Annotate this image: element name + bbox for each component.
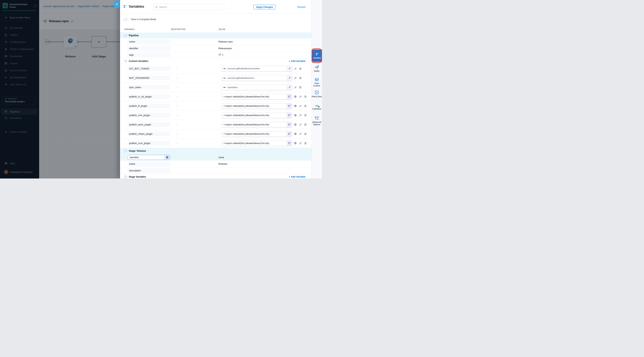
runtime-value-input[interactable]: <+input>.default(No).allowedValues(Yes,N… <box>222 94 292 100</box>
variable-description: - <box>176 132 218 135</box>
collapse-icon[interactable]: − <box>124 34 127 37</box>
collapse-icon[interactable]: − <box>124 176 127 178</box>
variable-name: publish_iacm_plugin <box>128 122 170 127</box>
tag-icon <box>218 54 221 56</box>
rail-item-advanced-options[interactable]: ⚙ Advanced Options <box>312 116 322 126</box>
table-row: name Release-npm <box>120 38 312 45</box>
apply-changes-button[interactable]: Apply Changes <box>254 5 276 9</box>
runtime-value-input[interactable]: <+input>.default(No).allowedValues(Yes,N… <box>222 103 292 109</box>
secret-value-input[interactable]: npmtoken <box>222 84 292 90</box>
app-window: Internal Developer Portal Back to Main M… <box>0 0 322 178</box>
edit-pencil-icon[interactable] <box>299 142 302 145</box>
delete-trash-icon[interactable] <box>304 114 307 117</box>
tags-count: 0 <box>222 54 223 56</box>
rail-item-label: Variables <box>313 57 321 59</box>
codebase-icon: </>✓ <box>315 104 319 107</box>
runtime-sigma-icon[interactable]: Σx <box>287 122 292 127</box>
delete-trash-icon[interactable] <box>304 142 307 145</box>
edit-pencil-icon[interactable] <box>299 132 302 136</box>
secret-value-input[interactable]: account.githubbotharnesstoken <box>222 66 292 71</box>
rail-item-notify[interactable]: Notify <box>312 65 322 72</box>
edit-pencil-icon[interactable] <box>299 104 302 108</box>
delete-trash-icon[interactable] <box>299 67 302 70</box>
settings-gear-icon[interactable]: ⚙ <box>294 142 297 145</box>
section-title: Stage: Release <box>129 150 146 152</box>
edit-pencil-icon[interactable] <box>299 114 302 117</box>
stage-identifier-input[interactable]: identifier <box>128 155 170 160</box>
section-stage-release: − Stage: Release <box>120 148 312 154</box>
pin-icon[interactable] <box>287 66 292 71</box>
pin-icon[interactable] <box>287 85 292 90</box>
add-variable-button[interactable]: + Add Variable <box>289 175 306 178</box>
settings-gear-icon[interactable]: ⚙ <box>294 123 297 126</box>
key-icon <box>224 86 226 88</box>
table-row: description <box>120 167 312 174</box>
runtime-sigma-icon[interactable]: Σx <box>287 141 292 146</box>
runtime-value-input[interactable]: <+input>.default(No).allowedValues(Yes,N… <box>222 112 292 118</box>
rail-item-label: Policy Sets <box>312 96 322 98</box>
edit-pencil-icon[interactable] <box>294 86 297 89</box>
variable-value: Release-npm <box>218 40 312 43</box>
key-icon <box>224 77 226 79</box>
edit-pencil-icon[interactable] <box>294 67 297 70</box>
copy-icon[interactable] <box>164 155 170 160</box>
edit-pencil-icon[interactable] <box>299 123 302 126</box>
runtime-value-input[interactable]: <+input>.default(No).allowedValues(Yes,N… <box>222 122 292 128</box>
rail-item-label: Notify <box>314 70 320 72</box>
delete-trash-icon[interactable] <box>304 104 307 108</box>
drawer-close-button[interactable]: ✕ <box>114 0 119 8</box>
rail-item-flow-control[interactable]: Flow Control <box>312 78 322 87</box>
rail-item-label: Flow Control <box>312 82 322 87</box>
collapse-icon[interactable]: − <box>124 150 127 152</box>
discard-button[interactable]: Discard <box>297 6 306 8</box>
runtime-sigma-icon[interactable]: Σx <box>287 131 292 136</box>
col-value: VALUE <box>218 28 312 30</box>
settings-gear-icon[interactable]: ⚙ <box>294 132 297 136</box>
add-variable-button[interactable]: + Add Variable <box>289 60 306 62</box>
rail-item-label: Advanced Options <box>312 121 322 126</box>
rail-item-policy-sets[interactable]: Policy Sets <box>312 90 322 98</box>
variable-description: - <box>176 86 218 89</box>
runtime-sigma-icon[interactable]: Σx <box>287 104 292 109</box>
search-input[interactable] <box>159 6 222 8</box>
modal-overlay[interactable] <box>0 0 120 178</box>
delete-trash-icon[interactable] <box>304 95 307 98</box>
drawer-rail: Σx Variables Notify Flow Control Policy … <box>312 0 322 178</box>
runtime-sigma-icon[interactable]: Σx <box>287 94 292 99</box>
section-title: Custom Variables <box>129 60 148 62</box>
variable-name: publish_ff_plugin <box>128 104 170 108</box>
settings-gear-icon[interactable]: ⚙ <box>294 114 297 117</box>
delete-trash-icon[interactable] <box>299 86 302 89</box>
delete-trash-icon[interactable] <box>304 132 307 136</box>
runtime-value-input[interactable]: <+input>.default(No).allowedValues(Yes,N… <box>222 140 292 146</box>
search-box[interactable] <box>153 4 224 10</box>
pin-icon[interactable] <box>287 76 292 81</box>
drawer-header: Σx Variables Apply Changes Discard <box>120 0 312 14</box>
variable-name: identifier <box>128 46 170 51</box>
secret-value-input[interactable]: account.githubbotharness <box>222 75 292 81</box>
rail-item-codebase[interactable]: </>✓ Codebase <box>312 104 322 110</box>
table-row: publish_ccm_plugin - <+input>.default(No… <box>120 138 312 148</box>
variables-drawer: Σx Variables Apply Changes Discard View … <box>120 0 312 178</box>
compiled-mode-toggle[interactable] <box>123 18 128 21</box>
variable-name: GIT_BOT_TOKEN <box>128 66 170 71</box>
svg-text:⚙: ⚙ <box>317 118 319 120</box>
runtime-sigma-icon[interactable]: Σx <box>287 113 292 118</box>
settings-gear-icon[interactable]: ⚙ <box>294 104 297 108</box>
shield-check-icon <box>315 90 319 95</box>
delete-trash-icon[interactable] <box>299 76 302 80</box>
collapse-icon[interactable]: − <box>124 60 127 62</box>
delete-trash-icon[interactable] <box>304 123 307 126</box>
edit-pencil-icon[interactable] <box>294 76 297 80</box>
identifier-input-value: identifier <box>128 156 164 159</box>
variable-name: description <box>128 168 170 173</box>
secret-value: account.githubbotharness <box>228 77 254 79</box>
edit-pencil-icon[interactable] <box>299 95 302 98</box>
table-row: BOT_PASSWORD - account.githubbotharness <box>120 73 312 82</box>
runtime-value-input[interactable]: <+input>.default(No).allowedValues(Yes,N… <box>222 131 292 137</box>
rail-item-variables[interactable]: Σx Variables <box>312 50 322 62</box>
settings-gear-icon[interactable]: ⚙ <box>294 95 297 98</box>
col-description: DESCRIPTION <box>171 28 218 30</box>
paper-plane-icon <box>314 65 319 69</box>
col-variable: VARIABLE <box>124 28 171 30</box>
